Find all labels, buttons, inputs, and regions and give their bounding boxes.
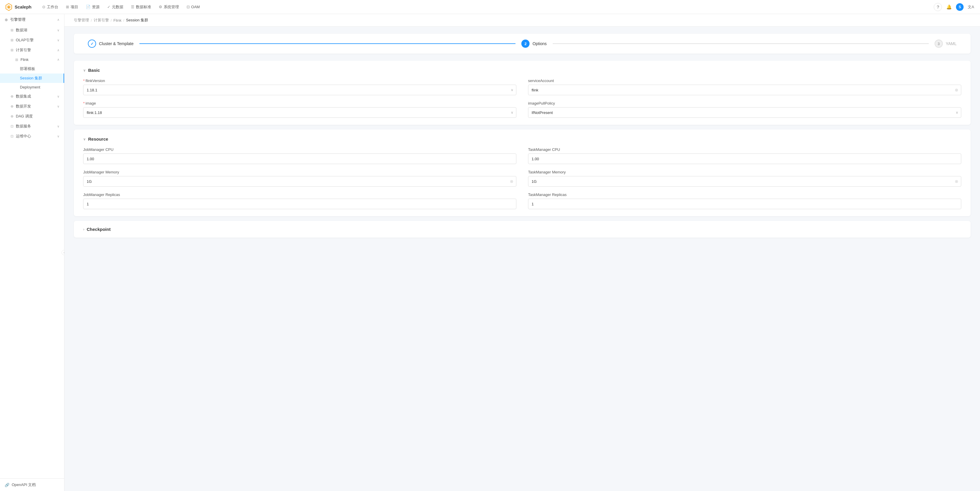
language-button[interactable]: 文A <box>967 3 975 11</box>
breadcrumb-current: Session 集群 <box>126 18 148 23</box>
breadcrumb-sep-1: / <box>91 18 92 22</box>
image-pull-policy-label: imagePullPolicy <box>528 101 961 105</box>
sidebar-item-data-dev[interactable]: ⊕ 数据开发 ∨ <box>0 101 64 111</box>
checkpoint-section-header[interactable]: › Checkpoint <box>83 227 961 232</box>
flink-version-select[interactable]: 1.18.1 ∨ <box>83 84 516 95</box>
basic-section-header[interactable]: ∨ Basic <box>83 68 961 73</box>
sysadmin-icon: ⚙ <box>159 5 162 9</box>
help-icon: ? <box>937 5 939 10</box>
tm-memory-clear-icon[interactable]: ⊗ <box>955 179 958 184</box>
datastandard-icon: ☰ <box>131 5 134 9</box>
logo-icon <box>5 3 13 11</box>
breadcrumb-engine[interactable]: 引擎管理 <box>74 18 89 23</box>
sidebar-openapi[interactable]: 🔗 OpenAPI 文档 <box>0 478 64 491</box>
topnav-actions: ? 🔔 S 文A <box>934 3 975 11</box>
sidebar-item-flink[interactable]: ⊞ Flink ∧ <box>0 55 64 64</box>
sidebar-item-compute[interactable]: ⊞ 计算引擎 ∧ <box>0 45 64 55</box>
jm-memory-field: JobManager Memory ⊗ <box>83 170 516 187</box>
service-account-label: serviceAccount <box>528 78 961 83</box>
basic-chevron-icon: ∨ <box>83 68 86 72</box>
jm-memory-input-wrapper[interactable]: ⊗ <box>83 176 516 187</box>
notification-button[interactable]: 🔔 <box>945 3 953 11</box>
flink-icon: ⊞ <box>15 58 18 62</box>
workbench-icon: ⊙ <box>42 5 45 9</box>
tm-replicas-input[interactable] <box>528 199 961 209</box>
jm-memory-label: JobManager Memory <box>83 170 516 174</box>
breadcrumb-flink[interactable]: Flink <box>113 18 121 22</box>
resource-icon: 📄 <box>86 5 91 9</box>
basic-section: ∨ Basic * flinkVersion 1.18.1 <box>74 61 970 125</box>
jm-cpu-input[interactable] <box>83 153 516 164</box>
nav-item-sysadmin[interactable]: ⚙ 系统管理 <box>155 3 183 11</box>
resource-chevron-icon: ∨ <box>83 137 86 141</box>
notification-icon: 🔔 <box>946 5 952 10</box>
tm-memory-label: TaskManager Memory <box>528 170 961 174</box>
step-2-circle: 2 <box>521 40 530 48</box>
tm-cpu-field: TaskManager CPU <box>528 147 961 164</box>
tm-memory-input-wrapper[interactable]: ⊗ <box>528 176 961 187</box>
main-content: 引擎管理 / 计算引擎 / Flink / Session 集群 ✓ Clust… <box>64 14 980 491</box>
nav-item-datastandard[interactable]: ☰ 数据标准 <box>127 3 154 11</box>
sidebar-group-engine[interactable]: ⊕ 引擎管理 ∧ <box>0 14 64 25</box>
compute-icon: ⊞ <box>11 48 13 52</box>
resource-title: Resource <box>88 137 108 142</box>
sidebar-item-data-service[interactable]: ⊡ 数据服务 ∨ <box>0 121 64 131</box>
jm-memory-input[interactable] <box>83 176 516 187</box>
data-dev-arrow-icon: ∨ <box>57 105 59 108</box>
sidebar-item-data-integration[interactable]: ⊕ 数据集成 ∨ <box>0 91 64 101</box>
tm-replicas-label: TaskManager Replicas <box>528 193 961 197</box>
service-account-text-input[interactable] <box>528 84 961 95</box>
breadcrumb-compute[interactable]: 计算引擎 <box>94 18 109 23</box>
avatar[interactable]: S <box>956 3 964 11</box>
sidebar: ‹ ⊕ 引擎管理 ∧ ⊞ 数据湖 ∨ ⊞ OLAP引擎 ∨ <box>0 14 64 491</box>
jm-replicas-field: JobManager Replicas <box>83 193 516 209</box>
service-account-input[interactable]: ⊗ <box>528 84 961 95</box>
sidebar-item-datalake[interactable]: ⊞ 数据湖 ∨ <box>0 25 64 35</box>
compute-arrow-icon: ∧ <box>57 48 59 52</box>
resource-section-header[interactable]: ∨ Resource <box>83 137 961 142</box>
tm-cpu-input[interactable] <box>528 153 961 164</box>
jm-replicas-input[interactable] <box>83 199 516 209</box>
help-button[interactable]: ? <box>934 3 942 11</box>
step-3-circle: 3 <box>935 40 943 48</box>
sidebar-sub-deployment[interactable]: Deployment <box>0 83 64 91</box>
step-3[interactable]: 3 YAML <box>935 40 956 48</box>
nav-item-resource[interactable]: 📄 资源 <box>82 3 103 11</box>
nav-item-project[interactable]: ⊞ 项目 <box>62 3 82 11</box>
sidebar-sub-session-cluster[interactable]: Session 集群 <box>0 73 64 83</box>
service-account-clear-icon[interactable]: ⊗ <box>955 88 958 92</box>
olap-icon: ⊞ <box>11 38 13 42</box>
image-select[interactable]: flink:1.18 ∨ <box>83 107 516 118</box>
data-service-icon: ⊡ <box>11 124 13 128</box>
checkpoint-chevron-icon: › <box>83 227 84 231</box>
data-integration-arrow-icon: ∨ <box>57 95 59 99</box>
image-field: * image flink:1.18 ∨ <box>83 101 516 118</box>
jm-memory-clear-icon[interactable]: ⊗ <box>510 179 514 184</box>
step-1-circle: ✓ <box>88 40 96 48</box>
step-3-label: YAML <box>946 41 956 46</box>
stepper: ✓ Cluster & Template 2 Options 3 YAML <box>74 34 970 54</box>
nav-item-metadata[interactable]: ✓ 元数据 <box>104 3 127 11</box>
nav-item-oam[interactable]: ⊡ OAM <box>183 3 204 11</box>
project-icon: ⊞ <box>66 5 69 9</box>
oam-icon: ⊡ <box>186 5 190 9</box>
sidebar-item-ops[interactable]: ⊡ 运维中心 ∨ <box>0 131 64 141</box>
breadcrumb-sep-3: / <box>123 18 124 22</box>
tm-replicas-field: TaskManager Replicas <box>528 193 961 209</box>
step-1[interactable]: ✓ Cluster & Template <box>88 40 134 48</box>
engine-group-icon: ⊕ <box>5 18 8 22</box>
olap-arrow-icon: ∨ <box>57 38 59 42</box>
image-pull-policy-select[interactable]: IfNotPresent ∨ <box>528 107 961 118</box>
sidebar-sub-deploy-template[interactable]: 部署模板 <box>0 64 64 73</box>
data-dev-icon: ⊕ <box>11 104 13 108</box>
sidebar-item-olap[interactable]: ⊞ OLAP引擎 ∨ <box>0 35 64 45</box>
nav-item-workbench[interactable]: ⊙ 工作台 <box>39 3 62 11</box>
flink-arrow-icon: ∧ <box>57 58 59 62</box>
logo[interactable]: Scaleph <box>5 3 32 11</box>
sidebar-item-dag[interactable]: ⊕ DAG 调度 <box>0 111 64 121</box>
topnav-menu: ⊙ 工作台 ⊞ 项目 📄 资源 ✓ 元数据 ☰ 数据标准 ⚙ 系统管理 ⊡ OA… <box>39 3 933 11</box>
breadcrumb: 引擎管理 / 计算引擎 / Flink / Session 集群 <box>64 14 980 27</box>
tm-memory-input[interactable] <box>528 176 961 187</box>
step-2[interactable]: 2 Options <box>521 40 547 48</box>
image-pull-policy-field: imagePullPolicy IfNotPresent ∨ <box>528 101 961 118</box>
